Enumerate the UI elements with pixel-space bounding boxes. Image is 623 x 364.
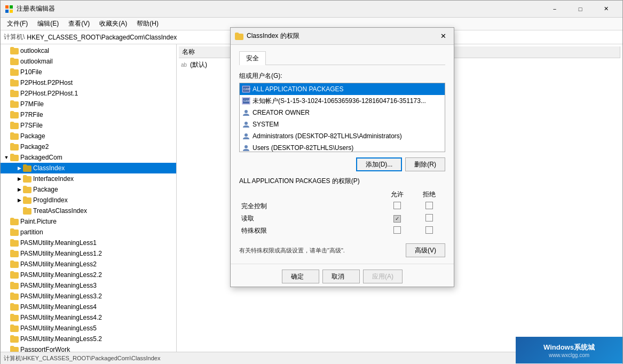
perm-deny-checkbox[interactable] xyxy=(425,214,433,221)
group-label: 组或用户名(G): xyxy=(239,72,445,81)
advanced-button[interactable]: 高级(V) xyxy=(406,243,445,257)
app-icon xyxy=(5,5,13,13)
permissions-dialog: ClassIndex 的权限 ✕ 安全 组或用户名(G): GRP ALL xyxy=(230,27,454,287)
svg-point-13 xyxy=(245,133,248,137)
cancel-button[interactable]: 取消 xyxy=(322,270,360,283)
dialog-title-bar: ClassIndex 的权限 ✕ xyxy=(231,28,454,45)
user-item-system[interactable]: SYSTEM xyxy=(240,118,445,130)
menu-edit[interactable]: 编辑(E) xyxy=(33,18,63,30)
user-item-all-packages[interactable]: GRP ALL APPLICATION PACKAGES xyxy=(240,83,445,95)
close-button[interactable]: ✕ xyxy=(594,1,618,17)
tree-item[interactable]: PASMUtility.MeaningLess5 xyxy=(1,323,176,334)
perm-allow-cell xyxy=(381,200,413,212)
expand-icon: ▶ xyxy=(15,176,23,181)
folder-icon xyxy=(10,100,19,108)
menu-view[interactable]: 查看(V) xyxy=(64,18,94,30)
ok-button[interactable]: 确定 xyxy=(282,270,319,283)
folder-icon xyxy=(23,196,31,204)
tree-item[interactable]: P2PHost.P2PHost.1 xyxy=(1,88,176,99)
tree-item[interactable]: PASMUtility.MeaningLess1 xyxy=(1,238,176,248)
perms-col-deny: 拒绝 xyxy=(413,189,445,200)
tree-item[interactable]: ▶ Package xyxy=(1,184,176,195)
perm-allow-checkbox[interactable] xyxy=(393,215,401,223)
maximize-button[interactable]: □ xyxy=(568,1,593,17)
tree-item[interactable]: P7RFile xyxy=(1,109,176,120)
folder-icon xyxy=(10,292,19,300)
col-data-header: 数据 xyxy=(427,46,620,58)
perm-name: 读取 xyxy=(239,212,381,225)
expand-icon: ▼ xyxy=(3,155,10,160)
dialog-close-button[interactable]: ✕ xyxy=(437,30,449,43)
group-icon: GRP xyxy=(242,85,250,93)
perm-deny-checkbox[interactable] xyxy=(425,202,433,209)
folder-icon xyxy=(10,122,19,129)
tree-item[interactable]: Package xyxy=(1,131,176,141)
tree-panel[interactable]: outlookcal outlookmail P10File P2PHost.P… xyxy=(1,44,177,352)
tree-item[interactable]: Package2 xyxy=(1,141,176,152)
tree-item[interactable]: PassportForWork xyxy=(1,344,176,352)
menu-help[interactable]: 帮助(H) xyxy=(132,18,163,30)
user-item-creator-owner[interactable]: CREATOR OWNER xyxy=(240,107,445,118)
tree-item[interactable]: PASMUtility.MeaningLess2.2 xyxy=(1,270,176,280)
user-item-users[interactable]: Users (DESKTOP-82TLHLS\Users) xyxy=(240,142,445,152)
footer-row: 有关特殊权限或高级设置，请单击"高级". 高级(V) xyxy=(239,241,445,257)
tree-item[interactable]: PASMUtility.MeaningLess4 xyxy=(1,302,176,312)
tree-item[interactable]: PASMUtility.MeaningLess5.2 xyxy=(1,334,176,344)
tree-item[interactable]: P7SFile xyxy=(1,120,176,131)
perm-allow-checkbox[interactable] xyxy=(393,202,401,209)
menu-file[interactable]: 文件(F) xyxy=(3,18,32,30)
tree-item[interactable]: ▶ InterfaceIndex xyxy=(1,173,176,184)
tree-item[interactable]: PASMUtility.MeaningLess2 xyxy=(1,259,176,270)
user-item-unknown[interactable]: GRP 未知帐户(S-1-15-3-1024-1065365936-128160… xyxy=(240,95,445,107)
remove-button[interactable]: 删除(R) xyxy=(405,157,445,171)
perm-row: 读取 xyxy=(239,212,445,225)
folder-icon xyxy=(10,303,19,311)
watermark: Windows系统城 www.wxclgg.com xyxy=(516,337,622,363)
folder-icon xyxy=(23,164,31,172)
folder-icon xyxy=(10,282,19,289)
users-list[interactable]: GRP ALL APPLICATION PACKAGES GRP 未知帐户(S-… xyxy=(239,83,445,152)
tree-item[interactable]: TreatAsClassIndex xyxy=(1,205,176,216)
folder-icon xyxy=(10,314,19,321)
tree-item[interactable]: ▶ ProgIdIndex xyxy=(1,195,176,205)
user-label: CREATOR OWNER xyxy=(253,109,310,116)
tree-item-classindex[interactable]: ▶ ClassIndex xyxy=(1,163,176,173)
tree-item[interactable]: partition xyxy=(1,227,176,238)
minimize-button[interactable]: − xyxy=(542,1,567,17)
perm-deny-checkbox[interactable] xyxy=(425,226,433,234)
perm-deny-cell xyxy=(413,212,445,225)
tree-item-packagedcom[interactable]: ▼ PackagedCom xyxy=(1,152,176,163)
perm-name: 完全控制 xyxy=(239,200,381,212)
perms-label-text: ALL APPLICATION PACKAGES 的权限(P) xyxy=(239,177,360,185)
user-label: 未知帐户(S-1-15-3-1024-1065365936-1281604716… xyxy=(253,97,426,106)
add-button[interactable]: 添加(D)... xyxy=(356,157,403,171)
tree-item[interactable]: PASMUtility.MeaningLess4.2 xyxy=(1,312,176,323)
folder-icon xyxy=(10,218,19,225)
user-item-administrators[interactable]: Administrators (DESKTOP-82TLHLS\Administ… xyxy=(240,130,445,142)
tree-item[interactable]: PASMUtility.MeaningLess3.2 xyxy=(1,291,176,302)
svg-point-14 xyxy=(245,145,248,148)
dialog-bottom-buttons: 确定 取消 应用(A) xyxy=(231,264,454,287)
tree-item[interactable]: P2PHost.P2PHost xyxy=(1,77,176,88)
status-text: 计算机\HKEY_CLASSES_ROOT\PackagedCom\ClassI… xyxy=(4,354,160,362)
folder-icon xyxy=(10,47,19,54)
tree-item[interactable]: PASMUtility.MeaningLess3 xyxy=(1,280,176,291)
apply-button[interactable]: 应用(A) xyxy=(363,270,403,283)
perms-col-allow: 允许 xyxy=(381,189,413,200)
folder-icon xyxy=(10,250,19,257)
tree-item[interactable]: P7MFile xyxy=(1,99,176,109)
perm-deny-cell xyxy=(413,200,445,212)
tab-security[interactable]: 安全 xyxy=(239,51,266,65)
tree-item[interactable]: outlookcal xyxy=(1,45,176,56)
regedit-window: 注册表编辑器 − □ ✕ 文件(F) 编辑(E) 查看(V) 收藏夹(A) 帮助… xyxy=(0,0,623,364)
svg-text:ab: ab xyxy=(181,62,187,68)
tree-item[interactable]: PASMUtility.MeaningLess1.2 xyxy=(1,248,176,259)
tree-item[interactable]: P10File xyxy=(1,67,176,77)
tree-item[interactable]: outlookmail xyxy=(1,56,176,67)
app-title: 注册表编辑器 xyxy=(17,4,55,13)
perm-allow-checkbox[interactable] xyxy=(393,226,401,234)
menu-favorites[interactable]: 收藏夹(A) xyxy=(95,18,131,30)
user-icon xyxy=(242,121,250,128)
tree-item[interactable]: Paint.Picture xyxy=(1,216,176,227)
user-label: Users (DESKTOP-82TLHLS\Users) xyxy=(253,144,353,152)
